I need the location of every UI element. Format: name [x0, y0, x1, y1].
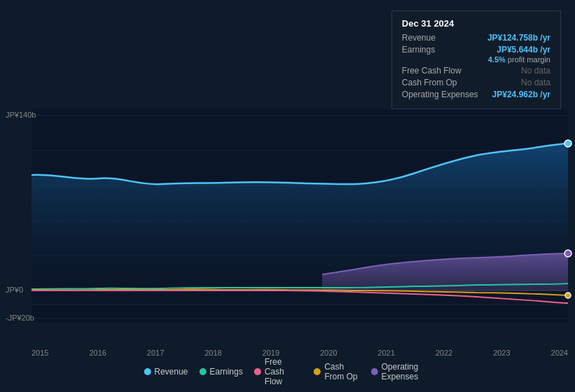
tooltip-revenue-row: Revenue JP¥124.758b /yr — [402, 33, 550, 43]
tooltip-date: Dec 31 2024 — [402, 18, 550, 29]
svg-point-13 — [565, 293, 571, 298]
legend-cashop-dot — [314, 368, 321, 375]
tooltip-earnings-label: Earnings — [402, 45, 435, 55]
y-label-140b: JP¥140b — [6, 111, 36, 119]
chart-legend: Revenue Earnings Free Cash Flow Cash Fro… — [144, 357, 431, 386]
tooltip-cashop-row: Cash From Op No data — [402, 78, 550, 88]
tooltip-cashop-label: Cash From Op — [402, 78, 457, 88]
x-label-2016: 2016 — [89, 349, 106, 357]
x-label-2018: 2018 — [205, 349, 221, 357]
legend-revenue[interactable]: Revenue — [144, 367, 188, 377]
tooltip-fcf-value: No data — [521, 66, 550, 76]
x-axis-labels: 2015 2016 2017 2018 2019 2020 2021 2022 … — [32, 349, 568, 357]
tooltip-opexp-label: Operating Expenses — [402, 90, 478, 99]
svg-point-12 — [564, 250, 571, 257]
x-label-2020: 2020 — [320, 349, 337, 357]
tooltip-revenue-label: Revenue — [402, 33, 436, 43]
legend-revenue-dot — [144, 368, 151, 375]
tooltip-profit-margin: 4.5% profit margin — [402, 55, 550, 64]
legend-revenue-label: Revenue — [154, 367, 188, 377]
x-label-2021: 2021 — [377, 349, 394, 357]
tooltip-revenue-value: JP¥124.758b /yr — [487, 33, 550, 43]
svg-point-11 — [564, 140, 571, 147]
legend-earnings-dot — [199, 368, 206, 375]
x-label-2022: 2022 — [436, 349, 452, 357]
tooltip-box: Dec 31 2024 Revenue JP¥124.758b /yr Earn… — [392, 10, 561, 109]
tooltip-earnings-value: JP¥5.644b /yr — [497, 45, 550, 55]
x-label-2024: 2024 — [551, 349, 568, 357]
legend-earnings-label: Earnings — [209, 367, 242, 377]
legend-opexp-dot — [370, 368, 377, 375]
y-label-minus20b: -JP¥20b — [6, 314, 34, 322]
x-label-2019: 2019 — [263, 349, 279, 357]
legend-opexp[interactable]: Operating Expenses — [370, 362, 431, 382]
tooltip-cashop-value: No data — [521, 78, 550, 88]
legend-opexp-label: Operating Expenses — [381, 362, 431, 382]
legend-cashop-label: Cash From Op — [324, 362, 359, 382]
tooltip-opexp-row: Operating Expenses JP¥24.962b /yr — [402, 90, 550, 99]
tooltip-fcf-label: Free Cash Flow — [402, 66, 462, 76]
x-label-2017: 2017 — [147, 349, 164, 357]
legend-cashop[interactable]: Cash From Op — [314, 362, 359, 382]
svg-rect-14 — [0, 322, 575, 350]
x-label-2023: 2023 — [493, 349, 510, 357]
tooltip-earnings-row: Earnings JP¥5.644b /yr — [402, 45, 550, 55]
tooltip-opexp-value: JP¥24.962b /yr — [492, 90, 550, 99]
legend-earnings[interactable]: Earnings — [199, 367, 242, 377]
legend-fcf[interactable]: Free Cash Flow — [254, 357, 303, 386]
profit-pct-value: 4.5% — [488, 55, 506, 64]
chart-container: JP¥140b JP¥0 -JP¥20b 2015 2016 2017 2018… — [0, 0, 575, 392]
x-label-2015: 2015 — [32, 349, 48, 357]
y-label-0: JP¥0 — [6, 286, 23, 294]
legend-fcf-dot — [254, 368, 261, 375]
legend-fcf-label: Free Cash Flow — [265, 357, 303, 386]
tooltip-fcf-row: Free Cash Flow No data — [402, 66, 550, 76]
